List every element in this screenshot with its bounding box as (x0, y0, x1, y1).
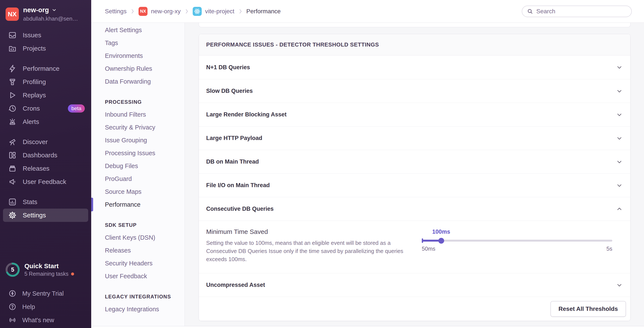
subnav-item-data-forwarding[interactable]: Data Forwarding (105, 75, 184, 88)
org-switcher[interactable]: NX new-org abdullah.khan@sen… (0, 0, 91, 27)
sidebar-item-settings[interactable]: Settings (3, 209, 88, 222)
slider-max-label: 5s (606, 245, 612, 252)
accordion-row-n-plus-one-db-queries[interactable]: N+1 DB Queries (199, 56, 630, 79)
search-icon (527, 8, 533, 15)
sidebar-item-discover[interactable]: Discover (0, 135, 91, 148)
sidebar-item-alerts[interactable]: Alerts (0, 115, 91, 128)
panel-title: PERFORMANCE ISSUES - DETECTOR THRESHOLD … (199, 34, 630, 56)
subnav-item-performance[interactable]: Performance (105, 198, 184, 211)
sidebar-item-performance[interactable]: Performance (0, 62, 91, 75)
sidebar-item-crons[interactable]: Crons beta (0, 102, 91, 115)
sidebar-item-profiling[interactable]: Profiling (0, 75, 91, 89)
chevron-down-icon (616, 111, 623, 118)
subnav-item-debug-files[interactable]: Debug Files (105, 159, 184, 172)
search-input[interactable] (536, 8, 627, 15)
accordion-row-db-on-main-thread[interactable]: DB on Main Thread (199, 150, 630, 174)
search-box[interactable] (522, 6, 632, 17)
accordion-row-file-io-on-main-thread[interactable]: File I/O on Main Thread (199, 174, 630, 197)
sidebar-item-issues[interactable]: Issues (0, 29, 91, 42)
sidebar-item-whats-new[interactable]: What's new (0, 313, 91, 327)
subnav-item-issue-grouping[interactable]: Issue Grouping (105, 134, 184, 147)
releases-icon (8, 164, 17, 173)
user-feedback-icon (8, 178, 17, 186)
accordion-row-consecutive-db-queries[interactable]: Consecutive DB Queries (199, 197, 630, 221)
subnav-item-legacy-integrations[interactable]: Legacy Integrations (105, 303, 184, 315)
sidebar-item-user-feedback[interactable]: User Feedback (0, 175, 91, 189)
subnav-item-proguard[interactable]: ProGuard (105, 172, 184, 185)
slider-thumb[interactable] (438, 238, 444, 244)
active-indicator-bar (91, 198, 93, 211)
chevron-down-icon (616, 135, 623, 142)
sidebar-item-replays[interactable]: Replays (0, 89, 91, 102)
accordion-row-large-render-blocking-asset[interactable]: Large Render Blocking Asset (199, 103, 630, 126)
panel-footer: Reset All Thresholds (199, 297, 630, 321)
minimum-time-saved-description: Setting the value to 100ms, means that a… (206, 239, 406, 263)
chevron-down-icon (616, 158, 623, 166)
sidebar-item-label: Profiling (23, 78, 46, 86)
main-content: PERFORMANCE ISSUES - DETECTOR THRESHOLD … (185, 23, 644, 328)
chevron-down-icon (616, 182, 623, 189)
subnav-item-inbound-filters[interactable]: Inbound Filters (105, 108, 184, 121)
org-avatar: NX (6, 8, 19, 21)
footer-item-label: Help (22, 303, 35, 310)
subnav-item-processing-issues[interactable]: Processing Issues (105, 147, 184, 159)
chevron-right-icon (130, 8, 135, 14)
subnav-item-client-keys[interactable]: Client Keys (DSN) (105, 231, 184, 244)
subnav-item-source-maps[interactable]: Source Maps (105, 185, 184, 198)
subnav-item-security-headers[interactable]: Security Headers (105, 257, 184, 270)
breadcrumb-org[interactable]: NX new-org-xy (138, 7, 180, 16)
subnav-item-ownership-rules[interactable]: Ownership Rules (105, 62, 184, 75)
breadcrumb-project[interactable]: vite-project (193, 7, 234, 16)
slider-track[interactable] (422, 240, 612, 242)
gear-icon (8, 211, 17, 220)
accordion-row-uncompressed-asset[interactable]: Uncompressed Asset (199, 273, 630, 297)
org-name: new-org (23, 6, 49, 14)
sidebar-item-label: Projects (23, 45, 46, 52)
subnav-heading-processing: PROCESSING (105, 96, 184, 108)
threshold-settings-panel: PERFORMANCE ISSUES - DETECTOR THRESHOLD … (199, 34, 630, 321)
sidebar-item-dashboards[interactable]: Dashboards (0, 148, 91, 162)
sidebar-item-label: Releases (23, 165, 50, 172)
sidebar-item-stats[interactable]: Stats (0, 195, 91, 209)
quick-start[interactable]: 5 Quick Start 5 Remaining tasks (0, 262, 91, 277)
accordion-row-large-http-payload[interactable]: Large HTTP Payload (199, 126, 630, 150)
time-saved-slider: 100ms 50ms 5s (422, 228, 612, 263)
chevron-right-icon (238, 8, 242, 14)
sidebar-item-projects[interactable]: Projects (0, 42, 91, 55)
replays-icon (8, 91, 17, 99)
chevron-down-icon (616, 87, 623, 95)
notification-dot (71, 272, 74, 275)
settings-subnav: Alert Settings Tags Environments Ownersh… (91, 23, 185, 328)
minimum-time-saved-label: Minimum Time Saved (206, 228, 406, 235)
broadcast-icon (8, 316, 17, 324)
reset-all-thresholds-button[interactable]: Reset All Thresholds (550, 301, 626, 317)
subnav-item-releases[interactable]: Releases (105, 244, 184, 257)
breadcrumb: Settings NX new-org-xy vite-project (105, 7, 281, 16)
chevron-down-icon (616, 281, 623, 289)
accordion-row-slow-db-queries[interactable]: Slow DB Queries (199, 79, 630, 103)
sidebar-item-label: User Feedback (23, 178, 66, 186)
slider-value-label: 100ms (432, 229, 450, 235)
sidebar-item-help[interactable]: Help (0, 300, 91, 313)
react-icon (193, 7, 202, 16)
app-root: NX new-org abdullah.khan@sen… Issues (0, 0, 644, 328)
crons-icon (8, 104, 17, 113)
sidebar-item-releases[interactable]: Releases (0, 162, 91, 175)
subnav-item-tags[interactable]: Tags (105, 37, 184, 49)
subnav-item-alert-settings[interactable]: Alert Settings (105, 24, 184, 37)
breadcrumb-settings[interactable]: Settings (105, 8, 126, 15)
subnav-item-security-privacy[interactable]: Security & Privacy (105, 121, 184, 134)
sidebar-item-my-sentry-trial[interactable]: My Sentry Trial (0, 287, 91, 300)
top-header-bar: Settings NX new-org-xy vite-project (91, 0, 644, 23)
chevron-right-icon (184, 8, 189, 14)
primary-sidebar: NX new-org abdullah.khan@sen… Issues (0, 0, 91, 328)
sidebar-item-label: Dashboards (23, 151, 58, 159)
subnav-heading-legacy-integrations: LEGACY INTEGRATIONS (105, 291, 184, 303)
sidebar-item-label: Issues (23, 32, 41, 39)
quickstart-progress-ring: 5 (6, 263, 20, 277)
beta-badge: beta (68, 104, 85, 113)
subnav-item-user-feedback[interactable]: User Feedback (105, 270, 184, 282)
subnav-item-environments[interactable]: Environments (105, 49, 184, 62)
sidebar-item-label: Discover (23, 138, 48, 145)
chevron-down-icon (616, 64, 623, 71)
